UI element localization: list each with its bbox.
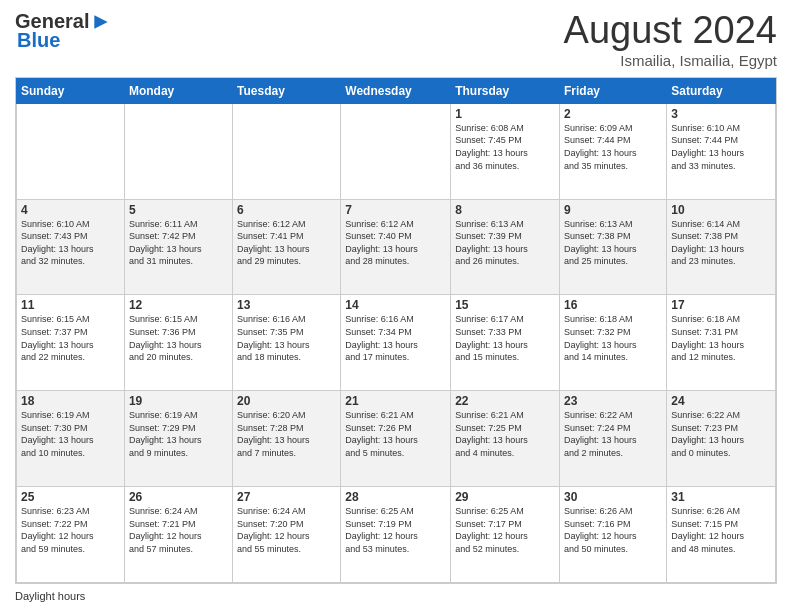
day-cell: 10Sunrise: 6:14 AM Sunset: 7:38 PM Dayli…: [667, 199, 776, 295]
day-info: Sunrise: 6:20 AM Sunset: 7:28 PM Dayligh…: [237, 409, 336, 459]
footer: Daylight hours: [15, 590, 777, 602]
day-info: Sunrise: 6:08 AM Sunset: 7:45 PM Dayligh…: [455, 122, 555, 172]
day-number: 30: [564, 490, 662, 504]
day-info: Sunrise: 6:17 AM Sunset: 7:33 PM Dayligh…: [455, 313, 555, 363]
day-number: 29: [455, 490, 555, 504]
day-info: Sunrise: 6:25 AM Sunset: 7:17 PM Dayligh…: [455, 505, 555, 555]
page: General Blue August 2024 Ismailia, Ismai…: [0, 0, 792, 612]
day-info: Sunrise: 6:25 AM Sunset: 7:19 PM Dayligh…: [345, 505, 446, 555]
day-number: 11: [21, 298, 120, 312]
day-number: 2: [564, 107, 662, 121]
calendar-header: SundayMondayTuesdayWednesdayThursdayFrid…: [17, 78, 776, 103]
day-number: 9: [564, 203, 662, 217]
weekday-header-monday: Monday: [124, 78, 232, 103]
day-cell: 11Sunrise: 6:15 AM Sunset: 7:37 PM Dayli…: [17, 295, 125, 391]
day-number: 15: [455, 298, 555, 312]
logo: General Blue: [15, 10, 111, 52]
day-cell: 5Sunrise: 6:11 AM Sunset: 7:42 PM Daylig…: [124, 199, 232, 295]
day-cell: 29Sunrise: 6:25 AM Sunset: 7:17 PM Dayli…: [451, 487, 560, 583]
week-row-3: 18Sunrise: 6:19 AM Sunset: 7:30 PM Dayli…: [17, 391, 776, 487]
weekday-header-tuesday: Tuesday: [233, 78, 341, 103]
day-cell: 1Sunrise: 6:08 AM Sunset: 7:45 PM Daylig…: [451, 103, 560, 199]
weekday-header-sunday: Sunday: [17, 78, 125, 103]
week-row-1: 4Sunrise: 6:10 AM Sunset: 7:43 PM Daylig…: [17, 199, 776, 295]
day-cell: [17, 103, 125, 199]
day-cell: 12Sunrise: 6:15 AM Sunset: 7:36 PM Dayli…: [124, 295, 232, 391]
day-number: 3: [671, 107, 771, 121]
day-cell: 13Sunrise: 6:16 AM Sunset: 7:35 PM Dayli…: [233, 295, 341, 391]
day-number: 21: [345, 394, 446, 408]
day-cell: 20Sunrise: 6:20 AM Sunset: 7:28 PM Dayli…: [233, 391, 341, 487]
week-row-0: 1Sunrise: 6:08 AM Sunset: 7:45 PM Daylig…: [17, 103, 776, 199]
day-number: 19: [129, 394, 228, 408]
day-info: Sunrise: 6:12 AM Sunset: 7:41 PM Dayligh…: [237, 218, 336, 268]
day-number: 25: [21, 490, 120, 504]
day-info: Sunrise: 6:11 AM Sunset: 7:42 PM Dayligh…: [129, 218, 228, 268]
day-number: 7: [345, 203, 446, 217]
day-cell: 8Sunrise: 6:13 AM Sunset: 7:39 PM Daylig…: [451, 199, 560, 295]
day-number: 16: [564, 298, 662, 312]
logo-blue: Blue: [17, 29, 60, 51]
day-info: Sunrise: 6:24 AM Sunset: 7:21 PM Dayligh…: [129, 505, 228, 555]
svg-marker-0: [95, 15, 108, 28]
day-cell: 6Sunrise: 6:12 AM Sunset: 7:41 PM Daylig…: [233, 199, 341, 295]
day-info: Sunrise: 6:26 AM Sunset: 7:16 PM Dayligh…: [564, 505, 662, 555]
weekday-row: SundayMondayTuesdayWednesdayThursdayFrid…: [17, 78, 776, 103]
location-title: Ismailia, Ismailia, Egypt: [564, 52, 777, 69]
day-cell: 4Sunrise: 6:10 AM Sunset: 7:43 PM Daylig…: [17, 199, 125, 295]
day-info: Sunrise: 6:15 AM Sunset: 7:37 PM Dayligh…: [21, 313, 120, 363]
header: General Blue August 2024 Ismailia, Ismai…: [15, 10, 777, 69]
day-cell: 2Sunrise: 6:09 AM Sunset: 7:44 PM Daylig…: [560, 103, 667, 199]
weekday-header-thursday: Thursday: [451, 78, 560, 103]
day-number: 8: [455, 203, 555, 217]
day-info: Sunrise: 6:10 AM Sunset: 7:43 PM Dayligh…: [21, 218, 120, 268]
day-cell: 24Sunrise: 6:22 AM Sunset: 7:23 PM Dayli…: [667, 391, 776, 487]
day-number: 31: [671, 490, 771, 504]
week-row-2: 11Sunrise: 6:15 AM Sunset: 7:37 PM Dayli…: [17, 295, 776, 391]
day-number: 18: [21, 394, 120, 408]
day-cell: 17Sunrise: 6:18 AM Sunset: 7:31 PM Dayli…: [667, 295, 776, 391]
day-info: Sunrise: 6:24 AM Sunset: 7:20 PM Dayligh…: [237, 505, 336, 555]
day-cell: 16Sunrise: 6:18 AM Sunset: 7:32 PM Dayli…: [560, 295, 667, 391]
day-cell: 21Sunrise: 6:21 AM Sunset: 7:26 PM Dayli…: [341, 391, 451, 487]
day-cell: [124, 103, 232, 199]
day-cell: [233, 103, 341, 199]
day-cell: 23Sunrise: 6:22 AM Sunset: 7:24 PM Dayli…: [560, 391, 667, 487]
day-number: 26: [129, 490, 228, 504]
day-cell: 26Sunrise: 6:24 AM Sunset: 7:21 PM Dayli…: [124, 487, 232, 583]
day-cell: 30Sunrise: 6:26 AM Sunset: 7:16 PM Dayli…: [560, 487, 667, 583]
day-info: Sunrise: 6:13 AM Sunset: 7:39 PM Dayligh…: [455, 218, 555, 268]
day-number: 13: [237, 298, 336, 312]
day-cell: 28Sunrise: 6:25 AM Sunset: 7:19 PM Dayli…: [341, 487, 451, 583]
day-number: 12: [129, 298, 228, 312]
weekday-header-friday: Friday: [560, 78, 667, 103]
day-info: Sunrise: 6:19 AM Sunset: 7:29 PM Dayligh…: [129, 409, 228, 459]
day-info: Sunrise: 6:16 AM Sunset: 7:34 PM Dayligh…: [345, 313, 446, 363]
day-info: Sunrise: 6:15 AM Sunset: 7:36 PM Dayligh…: [129, 313, 228, 363]
day-cell: 18Sunrise: 6:19 AM Sunset: 7:30 PM Dayli…: [17, 391, 125, 487]
weekday-header-saturday: Saturday: [667, 78, 776, 103]
day-number: 10: [671, 203, 771, 217]
day-info: Sunrise: 6:18 AM Sunset: 7:31 PM Dayligh…: [671, 313, 771, 363]
day-info: Sunrise: 6:23 AM Sunset: 7:22 PM Dayligh…: [21, 505, 120, 555]
day-info: Sunrise: 6:16 AM Sunset: 7:35 PM Dayligh…: [237, 313, 336, 363]
day-info: Sunrise: 6:10 AM Sunset: 7:44 PM Dayligh…: [671, 122, 771, 172]
day-cell: 9Sunrise: 6:13 AM Sunset: 7:38 PM Daylig…: [560, 199, 667, 295]
day-cell: 22Sunrise: 6:21 AM Sunset: 7:25 PM Dayli…: [451, 391, 560, 487]
day-number: 20: [237, 394, 336, 408]
day-cell: [341, 103, 451, 199]
daylight-label: Daylight hours: [15, 590, 85, 602]
day-info: Sunrise: 6:12 AM Sunset: 7:40 PM Dayligh…: [345, 218, 446, 268]
day-number: 5: [129, 203, 228, 217]
day-info: Sunrise: 6:09 AM Sunset: 7:44 PM Dayligh…: [564, 122, 662, 172]
calendar-body: 1Sunrise: 6:08 AM Sunset: 7:45 PM Daylig…: [17, 103, 776, 582]
day-cell: 14Sunrise: 6:16 AM Sunset: 7:34 PM Dayli…: [341, 295, 451, 391]
day-info: Sunrise: 6:19 AM Sunset: 7:30 PM Dayligh…: [21, 409, 120, 459]
day-number: 6: [237, 203, 336, 217]
day-cell: 19Sunrise: 6:19 AM Sunset: 7:29 PM Dayli…: [124, 391, 232, 487]
day-info: Sunrise: 6:21 AM Sunset: 7:25 PM Dayligh…: [455, 409, 555, 459]
day-info: Sunrise: 6:13 AM Sunset: 7:38 PM Dayligh…: [564, 218, 662, 268]
day-number: 23: [564, 394, 662, 408]
calendar: SundayMondayTuesdayWednesdayThursdayFrid…: [15, 77, 777, 584]
day-info: Sunrise: 6:18 AM Sunset: 7:32 PM Dayligh…: [564, 313, 662, 363]
